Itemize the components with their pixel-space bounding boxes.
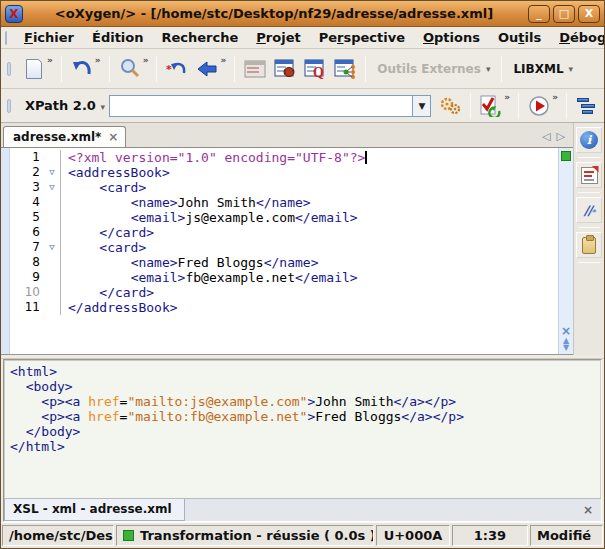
libxml-dropdown[interactable]: LIBXML ▾ xyxy=(507,59,579,79)
layout-views-icon xyxy=(575,98,595,114)
tab-scroll-right-icon[interactable]: ▷ xyxy=(557,130,565,143)
xpath-version-dropdown[interactable]: XPath 2.0 ▾ xyxy=(25,98,105,113)
search-button[interactable]: » xyxy=(117,55,150,83)
database-perspective-button[interactable] xyxy=(332,55,358,83)
xpath-settings-button[interactable] xyxy=(437,92,463,120)
editor-perspective-icon xyxy=(243,57,267,81)
editor-line[interactable]: 7▽ <card> xyxy=(10,240,573,255)
menu-recherche[interactable]: Recherche xyxy=(153,28,248,47)
toolbar-separator xyxy=(470,93,471,119)
code-text: <name>Fred Bloggs</name> xyxy=(61,255,318,270)
overflow-icon[interactable]: » xyxy=(47,55,53,65)
menu-outils[interactable]: Outils xyxy=(489,28,550,47)
status-caret-position: 1:39 xyxy=(452,525,528,546)
close-button[interactable]: X xyxy=(578,5,600,23)
result-line: <p><a href="mailto:js@example.com">John … xyxy=(10,394,595,409)
result-source-view[interactable]: <html> <body> <p><a href="mailto:js@exam… xyxy=(4,360,601,498)
menu-debogueur[interactable]: Débogueur xyxy=(550,28,605,47)
info-view-button[interactable]: i xyxy=(576,127,602,153)
editor-line[interactable]: 3▽ <card> xyxy=(10,180,573,195)
xpath-expression-combobox[interactable]: ▼ xyxy=(109,95,431,117)
result-tab-label: XSL - xml - adresse.xml xyxy=(13,502,172,516)
tab-close-icon[interactable]: × xyxy=(108,132,118,142)
editor-line[interactable]: 2▽<addressBook> xyxy=(10,165,573,180)
editor-perspective-button[interactable] xyxy=(242,55,268,83)
editor-line[interactable]: 5 <email>js@example.com</email> xyxy=(10,210,573,225)
sidebar-separator xyxy=(578,227,600,228)
validate-button[interactable]: » xyxy=(478,92,511,120)
minimize-button[interactable]: _ xyxy=(528,5,550,23)
xpath-expression-input[interactable] xyxy=(110,96,412,116)
code-text: <?xml version="1.0" encoding="UTF-8"?> xyxy=(61,150,367,165)
back-button[interactable]: » xyxy=(194,55,227,83)
chevron-down-icon: ▾ xyxy=(569,64,574,74)
line-number: 5 xyxy=(10,210,44,225)
new-document-button[interactable]: » xyxy=(21,55,54,83)
editor-line[interactable]: 9 <email>fb@example.net</email> xyxy=(10,270,573,285)
fold-column xyxy=(44,255,61,270)
transformation-result-panel: <html> <body> <p><a href="mailto:js@exam… xyxy=(3,359,602,522)
editor-line[interactable]: 4 <name>John Smith</name> xyxy=(10,195,573,210)
status-unicode: U+000A xyxy=(376,525,450,546)
xquery-debugger-perspective-icon: Q xyxy=(303,57,327,81)
fold-toggle-icon[interactable]: ▽ xyxy=(44,180,61,195)
sidebar-separator xyxy=(578,157,600,158)
xpath-toolbar-grip[interactable] xyxy=(7,99,11,113)
overflow-icon[interactable]: » xyxy=(95,55,101,65)
outils-externes-dropdown[interactable]: Outils Externes ▾ xyxy=(371,59,496,79)
maximize-button[interactable]: □ xyxy=(553,5,575,23)
menu-options[interactable]: Options xyxy=(414,28,489,47)
window-icon[interactable]: X xyxy=(5,5,23,23)
tab-scroll-left-icon[interactable]: ◁ xyxy=(542,130,550,143)
outils-externes-label: Outils Externes xyxy=(377,62,481,76)
attributes-view-button[interactable] xyxy=(576,162,602,188)
xpath-view-button[interactable]: //* xyxy=(576,197,602,223)
layout-views-button[interactable] xyxy=(574,96,596,116)
editor-line[interactable]: 10 </card> xyxy=(10,285,573,300)
apply-transformation-button[interactable]: » xyxy=(526,92,559,120)
menu-projet[interactable]: Projet xyxy=(247,28,309,47)
titlebar[interactable]: X <oXygen/> - [/home/stc/Desktop/nf29/ad… xyxy=(1,1,604,27)
result-tab[interactable]: XSL - xml - adresse.xml xyxy=(4,499,185,521)
fold-toggle-icon[interactable]: ▽ xyxy=(44,165,61,180)
success-indicator-icon xyxy=(123,530,134,541)
toolbar-grip[interactable] xyxy=(7,62,11,76)
overflow-icon[interactable]: » xyxy=(552,92,558,102)
attributes-view-icon xyxy=(581,167,598,184)
editor-line[interactable]: 8 <name>Fred Bloggs</name> xyxy=(10,255,573,270)
menubar: FichierÉditionRechercheProjetPerspective… xyxy=(1,27,604,49)
stripe-down-icon[interactable]: ▼ xyxy=(563,344,569,351)
menu-edition[interactable]: Édition xyxy=(83,28,153,47)
fold-column xyxy=(44,300,61,315)
xslt-debugger-perspective-button[interactable] xyxy=(272,55,298,83)
fold-toggle-icon[interactable]: ▽ xyxy=(44,240,61,255)
editor-line[interactable]: 1<?xml version="1.0" encoding="UTF-8"?> xyxy=(10,150,573,165)
search-icon xyxy=(118,57,142,81)
overflow-icon[interactable]: » xyxy=(504,92,510,102)
undo-button[interactable]: » xyxy=(69,55,102,83)
combo-dropdown-button[interactable]: ▼ xyxy=(412,96,430,116)
result-close-icon[interactable]: × xyxy=(575,503,601,517)
xquery-debugger-perspective-button[interactable]: Q xyxy=(302,55,328,83)
editor-tabbar: adresse.xml* × ◁ ▷ xyxy=(1,123,573,148)
tab-adresse-xml[interactable]: adresse.xml* × xyxy=(3,126,126,147)
line-number: 2 xyxy=(10,165,44,180)
libxml-label: LIBXML xyxy=(513,62,563,76)
overflow-icon[interactable]: » xyxy=(143,55,149,65)
menubar-grip[interactable] xyxy=(5,31,7,45)
editor-line[interactable]: 11</addressBook> xyxy=(10,300,573,315)
editor-line[interactable]: 6 </card> xyxy=(10,225,573,240)
go-to-last-edit-button[interactable]: * xyxy=(164,55,190,83)
elements-clipboard-view-button[interactable] xyxy=(576,232,602,258)
xml-editor[interactable]: 1<?xml version="1.0" encoding="UTF-8"?>2… xyxy=(1,148,573,355)
status-transformation: Transformation - réussie ( 0.0s ) xyxy=(116,525,374,546)
menu-fichier[interactable]: Fichier xyxy=(15,28,83,47)
fold-column xyxy=(44,195,61,210)
menu-perspective[interactable]: Perspective xyxy=(310,28,414,47)
editor-column: adresse.xml* × ◁ ▷ 1<?xml version="1.0" … xyxy=(1,123,573,355)
undo-icon xyxy=(70,57,94,81)
error-stripe[interactable]: × ▲ ▼ xyxy=(558,148,573,354)
fold-column xyxy=(44,285,61,300)
line-number: 7 xyxy=(10,240,44,255)
overflow-icon[interactable]: » xyxy=(220,55,226,65)
